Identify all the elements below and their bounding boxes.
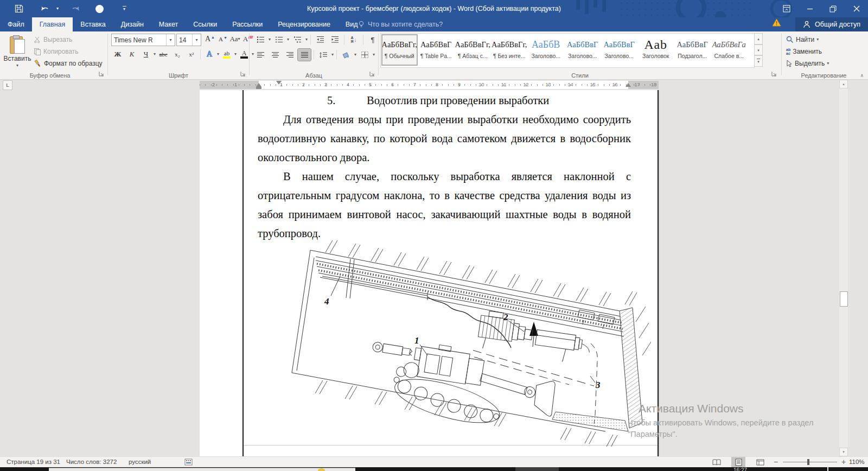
save-button[interactable]	[10, 0, 28, 17]
undo-dropdown-icon[interactable]: ▾	[54, 0, 61, 17]
align-left-button[interactable]	[254, 49, 267, 61]
ribbon-tab[interactable]: Вставка	[73, 17, 113, 31]
italic-button[interactable]: К	[125, 48, 138, 60]
highlight-button[interactable]: ab	[220, 48, 233, 60]
zoom-slider-thumb[interactable]	[807, 459, 809, 465]
print-layout-button[interactable]	[731, 457, 745, 468]
paste-dropdown-icon[interactable]: ▾	[16, 63, 18, 68]
style-card[interactable]: АаБбВвГг, ¶ Абзац с...	[455, 34, 491, 66]
sort-button[interactable]: АЯ ↓	[347, 34, 360, 46]
text-effects-button[interactable]: А	[203, 48, 216, 60]
format-painter-button[interactable]: Формат по образцу	[34, 58, 103, 69]
vertical-scrollbar[interactable]: ▴ ▾	[839, 80, 848, 456]
select-button[interactable]: Выделить ▾	[786, 58, 829, 69]
line-spacing-dropdown-icon[interactable]: ▾	[331, 53, 334, 57]
qat-custom-circle-icon[interactable]	[90, 0, 108, 17]
share-button[interactable]: Общий доступ	[795, 17, 868, 31]
increase-indent-button[interactable]	[328, 34, 341, 46]
collapse-ribbon-button[interactable]: ∧	[860, 73, 864, 78]
style-card[interactable]: АаБбВвГ Подзагол...	[674, 34, 711, 66]
page-indicator[interactable]: Страница 19 из 31	[7, 457, 60, 468]
decrease-indent-button[interactable]	[314, 34, 327, 46]
first-line-indent-marker[interactable]	[276, 81, 282, 85]
font-name-dropdown-icon[interactable]: ▾	[166, 34, 175, 46]
restore-button[interactable]	[821, 0, 845, 17]
highlight-dropdown-icon[interactable]: ▾	[234, 52, 237, 56]
scroll-up-button[interactable]: ▴	[839, 80, 848, 88]
taskbar-window-segment[interactable]	[49, 468, 355, 471]
minimize-button[interactable]	[798, 0, 821, 17]
ribbon-tab[interactable]: Рецензирование	[270, 17, 338, 31]
style-card[interactable]: АаБбВвГг, ¶ Без инте...	[492, 34, 528, 66]
multilevel-list-button[interactable]	[291, 34, 304, 46]
strikethrough-button[interactable]: abc	[157, 48, 170, 60]
ribbon-tab[interactable]: Дизайн	[113, 17, 151, 31]
document-text[interactable]: 5.Водоотлив при проведении выработки Для…	[258, 91, 631, 243]
document-page[interactable]: 5.Водоотлив при проведении выработки Для…	[200, 90, 659, 456]
zoom-level[interactable]: 110%	[849, 457, 865, 468]
activation-warning-icon[interactable]	[772, 18, 781, 27]
styles-scroll-down-button[interactable]: ▾	[754, 44, 763, 56]
ribbon-tab[interactable]: Макет	[151, 17, 186, 31]
zoom-in-button[interactable]: +	[841, 457, 846, 468]
shading-button[interactable]	[340, 49, 353, 61]
bullets-button[interactable]	[254, 34, 267, 46]
ribbon-tab[interactable]: Ссылки	[186, 17, 225, 31]
cut-button[interactable]: Вырезать	[34, 34, 103, 46]
style-card[interactable]: Ааb Заголовок	[638, 34, 674, 66]
line-spacing-button[interactable]	[317, 49, 330, 61]
zoom-slider-track[interactable]	[783, 462, 837, 462]
underline-dropdown-icon[interactable]: ▾	[154, 52, 156, 56]
find-dropdown-icon[interactable]: ▾	[816, 37, 819, 42]
scrollbar-thumb[interactable]	[840, 291, 848, 307]
style-card[interactable]: АаБбВ Заголово...	[528, 34, 564, 66]
read-mode-button[interactable]	[710, 457, 724, 468]
undo-button[interactable]	[36, 0, 54, 17]
shrink-font-button[interactable]: А▼	[216, 33, 229, 45]
ribbon-tab[interactable]: Главная	[32, 17, 73, 31]
align-center-button[interactable]	[269, 49, 282, 61]
superscript-button[interactable]: x²	[185, 48, 198, 60]
ribbon-display-options-button[interactable]	[775, 0, 798, 17]
select-dropdown-icon[interactable]: ▾	[827, 61, 829, 66]
web-layout-button[interactable]	[753, 457, 767, 468]
qat-customize-button[interactable]: ▾	[115, 0, 133, 17]
styles-more-button[interactable]: ▾	[754, 55, 763, 67]
zoom-out-button[interactable]: −	[774, 457, 778, 468]
styles-scroll-up-button[interactable]: ▴	[754, 33, 763, 44]
replace-button[interactable]: abac Заменить	[786, 46, 822, 58]
close-button[interactable]	[845, 0, 868, 17]
paragraph-dialog-launcher[interactable]	[369, 71, 376, 78]
language-indicator[interactable]: русский	[129, 457, 151, 468]
left-indent-marker[interactable]	[256, 87, 261, 89]
taskbar-yellow-icon[interactable]	[318, 468, 325, 471]
subscript-button[interactable]: x₂	[171, 48, 184, 60]
taskbar-app-segment[interactable]	[515, 467, 559, 471]
hanging-indent-marker[interactable]	[256, 83, 261, 87]
font-dialog-launcher[interactable]	[240, 71, 247, 78]
ribbon-tab[interactable]: Файл	[0, 17, 32, 31]
borders-dropdown-icon[interactable]: ▾	[373, 53, 375, 57]
scroll-down-button[interactable]: ▾	[839, 448, 848, 456]
find-button[interactable]: Найти ▾	[786, 34, 819, 46]
grow-font-button[interactable]: А▲	[203, 33, 216, 45]
bullets-dropdown-icon[interactable]: ▾	[269, 37, 271, 42]
style-card[interactable]: АаБбВвГ Заголово...	[565, 34, 601, 66]
shading-dropdown-icon[interactable]: ▾	[354, 53, 356, 57]
justify-button[interactable]	[298, 49, 311, 61]
style-card[interactable]: АаБбВвГ ¶ Table Pa...	[418, 34, 455, 66]
horizontal-ruler[interactable]: 2 1 1234567891011121314151617 18	[200, 81, 659, 89]
change-case-button[interactable]: Аа▾	[228, 33, 241, 45]
numbering-dropdown-icon[interactable]: ▾	[287, 37, 289, 42]
font-size-combo[interactable]: 14 ▾	[176, 34, 201, 46]
clipboard-dialog-launcher[interactable]	[99, 71, 105, 78]
text-effects-dropdown-icon[interactable]: ▾	[217, 52, 219, 56]
document-area[interactable]: 5.Водоотлив при проведении выработки Для…	[0, 90, 868, 456]
style-card[interactable]: АаБбВвГа Слабое в...	[711, 34, 748, 66]
taskbar-sliver[interactable]: 16:27	[0, 467, 868, 471]
underline-button[interactable]: Ч	[139, 48, 152, 60]
style-card[interactable]: АаБбВвГ Заголово...	[601, 34, 637, 66]
font-size-dropdown-icon[interactable]: ▾	[192, 34, 201, 46]
show-marks-button[interactable]: ¶	[366, 34, 379, 46]
bold-button[interactable]: Ж	[111, 48, 124, 60]
